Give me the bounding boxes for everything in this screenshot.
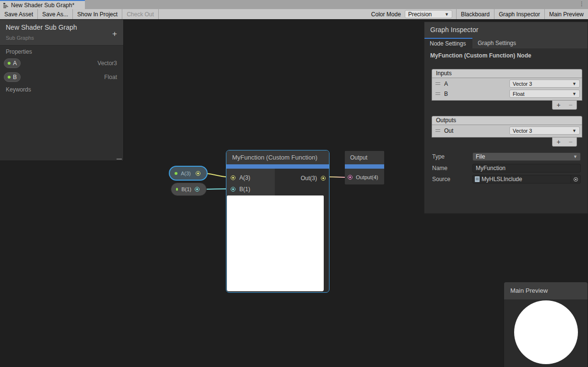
- output-node-title: Output: [345, 151, 384, 164]
- port-icon-a[interactable]: [231, 175, 235, 180]
- property-b-type: Float: [104, 74, 117, 80]
- exposed-dot-icon: [8, 62, 11, 65]
- properties-section-label: Properties: [6, 48, 32, 55]
- window-tab-bar: New Shader Sub Graph* ⋮: [0, 0, 588, 9]
- inputs-list-buttons: + −: [552, 100, 577, 110]
- source-object-field[interactable]: MyHLSLInclude: [472, 175, 581, 184]
- port-icon-out[interactable]: [321, 176, 326, 181]
- add-input-button[interactable]: +: [556, 102, 560, 108]
- exposed-dot-icon: [176, 188, 178, 191]
- blackboard-subtitle: Sub Graphs: [6, 35, 34, 41]
- myfunction-node[interactable]: MyFunction (Custom Function) A(3) B(1) O…: [226, 150, 329, 293]
- node-accent-bar: [345, 164, 384, 169]
- window-menu-icon[interactable]: ⋮: [579, 0, 585, 7]
- output-out-type-dropdown[interactable]: Vector 3 ▼: [509, 126, 580, 135]
- inputs-reorderable-list: Inputs A Vector 3 ▼ B Float ▼ +: [432, 69, 582, 110]
- blackboard-header[interactable]: New Shader Sub Graph Sub Graphs +: [0, 20, 123, 46]
- hlsl-file-icon: [475, 176, 480, 182]
- main-preview-title: Main Preview: [504, 282, 588, 299]
- color-mode-dropdown[interactable]: Precision ▼: [405, 10, 452, 18]
- check-out-button: Check Out: [122, 9, 158, 19]
- property-a-type: Vector3: [97, 60, 117, 67]
- inputs-list-header: Inputs: [432, 69, 582, 78]
- port-out-a[interactable]: [196, 171, 200, 176]
- main-preview-panel: Main Preview: [504, 282, 588, 367]
- property-node-a[interactable]: A(3): [169, 166, 208, 181]
- port-icon-b[interactable]: [231, 187, 235, 192]
- remove-output-button[interactable]: −: [568, 138, 572, 145]
- drag-handle-icon[interactable]: [435, 92, 440, 95]
- output-node[interactable]: Output Output(4): [345, 151, 384, 184]
- object-picker-icon: [574, 177, 578, 182]
- input-port-a[interactable]: A(3): [231, 174, 250, 181]
- tab-title: New Shader Sub Graph*: [11, 2, 74, 9]
- port-out-b[interactable]: [195, 187, 200, 192]
- inputs-row-b[interactable]: B Float ▼: [432, 89, 582, 99]
- property-b-pill[interactable]: B: [4, 72, 21, 82]
- graph-inspector-panel: Graph Inspector Node Settings Graph Sett…: [424, 22, 588, 214]
- tab-node-settings[interactable]: Node Settings: [424, 38, 472, 48]
- save-as-button[interactable]: Save As...: [38, 9, 72, 19]
- preview-sphere[interactable]: [514, 300, 578, 364]
- tab-new-shader-sub-graph[interactable]: New Shader Sub Graph*: [0, 0, 85, 9]
- show-in-project-button[interactable]: Show In Project: [73, 9, 122, 19]
- inspector-tabs: Node Settings Graph Settings: [424, 38, 588, 48]
- chevron-down-icon: ▼: [572, 81, 576, 86]
- chevron-down-icon: ▼: [445, 12, 449, 17]
- keywords-section-label: Keywords: [6, 86, 31, 93]
- add-property-button[interactable]: +: [112, 29, 117, 39]
- add-output-button[interactable]: +: [556, 138, 560, 145]
- main-preview-toggle-button[interactable]: Main Preview: [545, 9, 588, 19]
- exposed-dot-icon: [175, 172, 177, 175]
- name-input[interactable]: MyFunction: [472, 164, 581, 172]
- node-accent-bar: [226, 164, 329, 169]
- object-picker-button[interactable]: [571, 175, 580, 183]
- node-preview-image: [227, 195, 324, 291]
- drag-handle-icon[interactable]: [435, 129, 440, 132]
- chevron-down-icon: ▼: [572, 128, 576, 133]
- port-icon-output[interactable]: [348, 175, 353, 180]
- remove-input-button[interactable]: −: [568, 102, 572, 108]
- input-port-output[interactable]: Output(4): [345, 169, 384, 180]
- graph-inspector-toggle-button[interactable]: Graph Inspector: [494, 9, 544, 19]
- chevron-down-icon: ▼: [573, 154, 577, 159]
- property-a-pill[interactable]: A: [4, 58, 21, 68]
- tab-graph-settings[interactable]: Graph Settings: [472, 38, 521, 48]
- shader-graph-toolbar: Save Asset Save As... Show In Project Ch…: [0, 9, 588, 20]
- inspected-node-heading: MyFunction (Custom Function) Node: [430, 52, 531, 59]
- outputs-row-out[interactable]: Out Vector 3 ▼: [432, 126, 582, 136]
- chevron-down-icon: ▼: [572, 92, 576, 96]
- blackboard-title: New Shader Sub Graph: [6, 23, 77, 31]
- myfunction-node-title: MyFunction (Custom Function): [226, 150, 329, 164]
- blackboard-panel: New Shader Sub Graph Sub Graphs + Proper…: [0, 20, 124, 161]
- input-b-type-dropdown[interactable]: Float ▼: [509, 90, 580, 98]
- drag-handle-icon[interactable]: [435, 82, 440, 85]
- exposed-dot-icon: [8, 76, 11, 79]
- input-port-b[interactable]: B(1): [231, 186, 250, 193]
- property-node-b[interactable]: B(1): [171, 183, 207, 196]
- save-asset-button[interactable]: Save Asset: [0, 9, 37, 19]
- name-field-label: Name: [432, 165, 447, 172]
- graph-inspector-title: Graph Inspector: [424, 22, 588, 38]
- toolbar-separator: [158, 9, 159, 19]
- source-field-label: Source: [432, 176, 450, 183]
- blackboard-resize-handle[interactable]: [117, 159, 122, 160]
- type-field-label: Type: [432, 153, 445, 160]
- outputs-list-header: Outputs: [432, 116, 582, 125]
- inputs-row-a[interactable]: A Vector 3 ▼: [432, 79, 582, 89]
- output-port-out[interactable]: Out(3): [301, 175, 326, 182]
- sub-graph-asset-icon: [3, 2, 9, 8]
- blackboard-toggle-button[interactable]: Blackboard: [457, 9, 494, 19]
- type-dropdown[interactable]: File ▼: [472, 152, 581, 161]
- outputs-list-buttons: + −: [552, 137, 577, 147]
- color-mode-label: Color Mode: [367, 9, 405, 19]
- input-a-type-dropdown[interactable]: Vector 3 ▼: [509, 80, 580, 88]
- outputs-reorderable-list: Outputs Out Vector 3 ▼ + −: [432, 116, 582, 147]
